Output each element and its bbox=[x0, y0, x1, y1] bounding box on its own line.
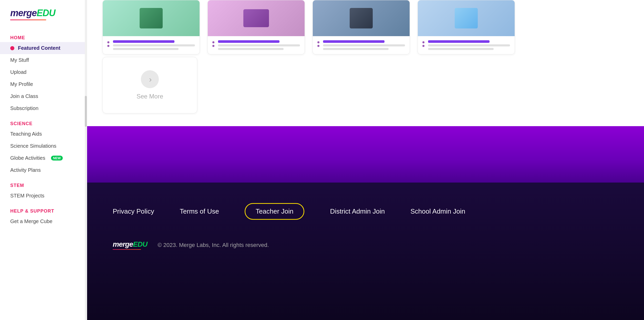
card-dot bbox=[107, 45, 109, 47]
sidebar-teaching-aids-label: Teaching Aids bbox=[10, 131, 42, 137]
card-4-title bbox=[428, 40, 490, 43]
sidebar-item-teaching-aids[interactable]: Teaching Aids bbox=[0, 128, 87, 140]
logo-underline bbox=[10, 19, 46, 20]
footer-bottom: merge EDU © 2023. Merge Labs, Inc. All r… bbox=[113, 240, 618, 250]
card-dot bbox=[422, 41, 424, 43]
sidebar-item-upload[interactable]: Upload bbox=[0, 66, 87, 78]
sidebar-get-merge-cube-label: Get a Merge Cube bbox=[10, 218, 53, 224]
sidebar-my-stuff-label: My Stuff bbox=[10, 57, 29, 63]
sidebar-section-help: HELP & SUPPORT Get a Merge Cube bbox=[0, 204, 87, 229]
logo: merge EDU bbox=[10, 8, 77, 18]
sidebar-featured-content-label: Featured Content bbox=[18, 45, 60, 51]
card-3-text bbox=[323, 40, 405, 50]
sidebar-item-featured-content[interactable]: Featured Content bbox=[0, 42, 87, 54]
sidebar-item-subscription[interactable]: Subscription bbox=[0, 102, 87, 114]
content-card-1[interactable] bbox=[102, 0, 200, 54]
sidebar-item-my-stuff[interactable]: My Stuff bbox=[0, 54, 87, 66]
sidebar-item-get-merge-cube[interactable]: Get a Merge Cube bbox=[0, 215, 87, 227]
content-card-4[interactable] bbox=[418, 0, 515, 54]
card-1-body bbox=[103, 36, 200, 54]
card-1-title bbox=[113, 40, 174, 43]
footer-teacher-join-link[interactable]: Teacher Join bbox=[245, 203, 304, 220]
sidebar-globe-activities-label: Globe Activities bbox=[10, 155, 45, 161]
sidebar-upload-label: Upload bbox=[10, 69, 26, 75]
sidebar-join-class-label: Join a Class bbox=[10, 93, 38, 99]
footer-district-admin-join-link[interactable]: District Admin Join bbox=[330, 207, 385, 215]
sidebar-item-science-simulations[interactable]: Science Simulations bbox=[0, 140, 87, 152]
card-4-body bbox=[418, 36, 515, 54]
logo-area: merge EDU bbox=[0, 8, 87, 31]
content-card-2[interactable] bbox=[207, 0, 305, 54]
globe-activities-new-badge: NEW bbox=[51, 156, 63, 161]
card-image-4 bbox=[418, 0, 515, 36]
footer-privacy-policy-link[interactable]: Privacy Policy bbox=[113, 207, 154, 215]
sidebar-stem-label: STEM bbox=[0, 180, 87, 190]
sidebar-section-stem: STEM STEM Projects bbox=[0, 178, 87, 204]
card-1-dots bbox=[107, 41, 109, 50]
sidebar-help-label: HELP & SUPPORT bbox=[0, 206, 87, 215]
sidebar-activity-plans-label: Activity Plans bbox=[10, 167, 41, 173]
main-content: › See More Privacy Policy Terms of Use T… bbox=[87, 0, 644, 320]
see-more-icon-circle: › bbox=[141, 70, 159, 88]
card-2-text bbox=[218, 40, 300, 50]
card-dot bbox=[212, 45, 214, 47]
sidebar-item-activity-plans[interactable]: Activity Plans bbox=[0, 164, 87, 176]
card-3-line-2 bbox=[323, 48, 389, 50]
content-card-3[interactable] bbox=[313, 0, 410, 54]
card-dot bbox=[212, 41, 214, 43]
card-image-1 bbox=[103, 0, 200, 36]
card-1-text bbox=[113, 40, 195, 50]
footer-logo: merge EDU bbox=[113, 240, 147, 250]
featured-content-dot bbox=[10, 46, 14, 50]
footer-logo-merge: merge bbox=[113, 240, 133, 248]
card-2-body bbox=[208, 36, 305, 54]
card-4-text bbox=[428, 40, 510, 50]
sidebar-item-join-a-class[interactable]: Join a Class bbox=[0, 90, 87, 102]
card-4-dots bbox=[422, 41, 424, 50]
card-3-title bbox=[323, 40, 385, 43]
card-3-line-1 bbox=[323, 44, 405, 46]
sidebar-science-label: SCIENCE bbox=[0, 118, 87, 128]
card-image-2 bbox=[208, 0, 305, 36]
sidebar-item-globe-activities[interactable]: Globe Activities NEW bbox=[0, 152, 87, 164]
sidebar-home-label: HOME bbox=[0, 33, 87, 42]
sidebar-item-my-profile[interactable]: My Profile bbox=[0, 78, 87, 90]
card-dot bbox=[422, 45, 424, 47]
see-more-card[interactable]: › See More bbox=[102, 57, 197, 113]
sidebar-subscription-label: Subscription bbox=[10, 105, 38, 111]
footer-terms-of-use-link[interactable]: Terms of Use bbox=[180, 207, 219, 215]
card-3-body bbox=[313, 36, 410, 54]
logo-edu-text: EDU bbox=[37, 8, 55, 18]
sidebar-my-profile-label: My Profile bbox=[10, 81, 33, 87]
card-1-image-shape bbox=[140, 8, 163, 28]
card-2-line-1 bbox=[218, 44, 300, 46]
scrollbar-track bbox=[85, 0, 87, 320]
footer-links: Privacy Policy Terms of Use Teacher Join… bbox=[113, 203, 618, 220]
logo-merge-text: merge bbox=[10, 8, 37, 18]
sidebar-stem-projects-label: STEM Projects bbox=[10, 193, 44, 199]
card-1-line-1 bbox=[113, 44, 195, 46]
purple-gradient-band bbox=[87, 126, 644, 183]
card-4-image-shape bbox=[455, 8, 478, 28]
footer-school-admin-join-link[interactable]: School Admin Join bbox=[410, 207, 465, 215]
scrollbar-thumb[interactable] bbox=[85, 96, 87, 127]
sidebar-item-stem-projects[interactable]: STEM Projects bbox=[0, 190, 87, 202]
footer-logo-edu: EDU bbox=[133, 240, 147, 248]
card-1-line-2 bbox=[113, 48, 179, 50]
footer-logo-underline bbox=[113, 249, 141, 250]
card-dot bbox=[317, 45, 319, 47]
card-2-line-2 bbox=[218, 48, 284, 50]
card-2-title bbox=[218, 40, 279, 43]
card-3-image-shape bbox=[350, 8, 373, 28]
card-2-image-shape bbox=[243, 9, 269, 27]
footer: Privacy Policy Terms of Use Teacher Join… bbox=[87, 183, 644, 320]
see-more-chevron-icon: › bbox=[149, 75, 152, 84]
content-cards-row bbox=[102, 0, 629, 54]
card-dot bbox=[107, 41, 109, 43]
see-more-label: See More bbox=[137, 93, 163, 100]
card-dot bbox=[317, 41, 319, 43]
card-4-line-1 bbox=[428, 44, 510, 46]
footer-copyright: © 2023. Merge Labs, Inc. All rights rese… bbox=[158, 242, 269, 248]
footer-logo-text: merge EDU bbox=[113, 240, 147, 250]
card-2-dots bbox=[212, 41, 214, 50]
